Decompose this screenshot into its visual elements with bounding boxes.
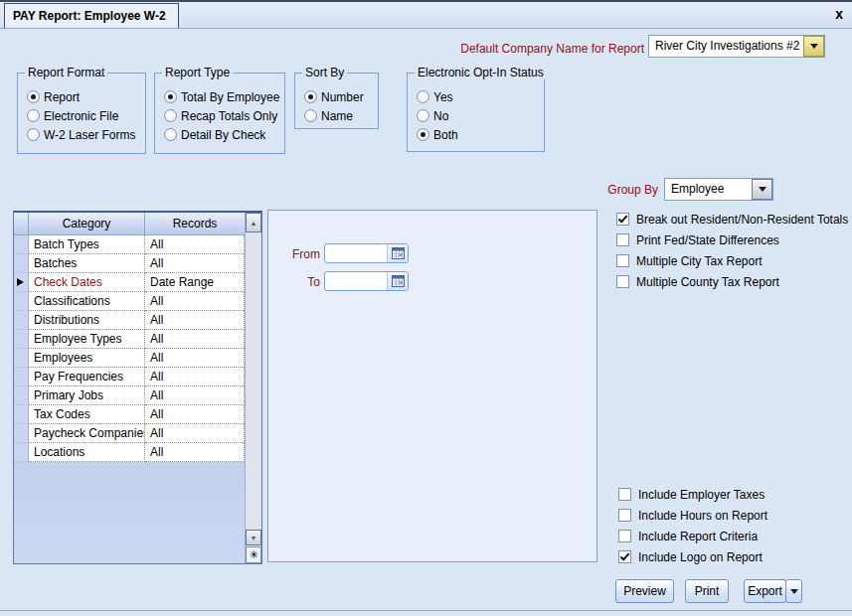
group-by-dropdown-button[interactable] (752, 179, 772, 200)
row-selector[interactable] (14, 311, 29, 330)
table-row[interactable]: Primary Jobs All (14, 386, 245, 405)
radio-name[interactable]: Name (304, 108, 353, 123)
preview-button[interactable]: Preview (615, 579, 674, 603)
radio-both[interactable]: Both (417, 127, 458, 142)
tab-pay-report[interactable]: PAY Report: Employee W-2 (4, 3, 179, 28)
row-selector[interactable] (14, 235, 29, 254)
scroll-up-icon[interactable]: ▲ (246, 213, 261, 232)
radio-yes[interactable]: Yes (417, 89, 453, 104)
grid-header-records[interactable]: Records (145, 213, 245, 235)
grid-scrollbar[interactable]: ▲ ▼ ✳ (245, 213, 261, 563)
table-row[interactable]: Locations All (14, 443, 245, 462)
row-selector[interactable] (14, 292, 29, 311)
category-cell[interactable]: Classifications (29, 292, 145, 311)
table-row[interactable]: Employees All (14, 349, 245, 368)
checkbox-icon (618, 530, 631, 542)
from-date-input[interactable] (325, 244, 387, 262)
radio-electronic-file[interactable]: Electronic File (27, 108, 118, 123)
checkbox-include-hours[interactable]: Include Hours on Report (618, 508, 767, 523)
radio-label: No (433, 109, 448, 123)
row-selector[interactable] (14, 254, 29, 273)
records-cell[interactable]: All (145, 311, 245, 330)
table-row[interactable]: Employee Types All (14, 330, 245, 349)
table-row[interactable]: Tax Codes All (14, 405, 245, 424)
category-cell[interactable]: Locations (29, 443, 145, 462)
company-select[interactable]: River City Investigations #2 (648, 35, 825, 58)
category-cell[interactable]: Tax Codes (29, 405, 145, 424)
radio-recap-totals-only[interactable]: Recap Totals Only (164, 108, 277, 123)
records-cell[interactable]: All (145, 254, 245, 273)
new-row-icon[interactable]: ✳ (246, 546, 261, 563)
category-cell[interactable]: Batch Types (29, 235, 145, 254)
records-cell[interactable]: All (145, 424, 245, 443)
row-selector[interactable] (14, 330, 29, 349)
records-cell[interactable]: All (145, 235, 245, 254)
scroll-down-icon[interactable]: ▼ (246, 530, 261, 545)
radio-detail-by-check[interactable]: Detail By Check (164, 127, 265, 142)
category-cell[interactable]: Pay Frequencies (29, 368, 145, 386)
export-dropdown-button[interactable] (785, 579, 802, 603)
row-selector[interactable] (14, 424, 29, 443)
checkbox-multiple-city-tax[interactable]: Multiple City Tax Report (616, 253, 763, 268)
radio-w2-laser-forms[interactable]: W-2 Laser Forms (27, 127, 135, 142)
row-selector[interactable] (14, 443, 29, 462)
radio-total-by-employee[interactable]: Total By Employee (164, 89, 279, 104)
radio-icon (27, 90, 40, 103)
group-by-select[interactable]: Employee (664, 178, 773, 201)
records-cell[interactable]: All (145, 349, 245, 368)
radio-number[interactable]: Number (304, 89, 364, 104)
checkbox-multiple-county-tax[interactable]: Multiple County Tax Report (616, 274, 779, 289)
records-cell[interactable]: All (145, 443, 245, 462)
category-cell[interactable]: Primary Jobs (29, 386, 145, 405)
to-calendar-button[interactable] (387, 272, 409, 290)
radio-icon (417, 90, 429, 103)
export-button[interactable]: Export (744, 579, 786, 603)
checkbox-include-employer-taxes[interactable]: Include Employer Taxes (618, 487, 765, 502)
radio-label: Recap Totals Only (181, 109, 277, 123)
category-cell[interactable]: Employee Types (29, 330, 145, 349)
category-cell[interactable]: Batches (29, 254, 145, 273)
to-date-input[interactable] (325, 272, 387, 290)
records-cell[interactable]: All (145, 386, 245, 405)
records-cell[interactable]: All (145, 330, 245, 349)
grid-header-category[interactable]: Category (29, 213, 145, 235)
checkbox-include-report-criteria[interactable]: Include Report Criteria (618, 529, 758, 543)
checkbox-include-logo[interactable]: Include Logo on Report (618, 549, 763, 564)
category-cell[interactable]: Paycheck Companies (29, 424, 145, 443)
row-selector[interactable] (14, 349, 29, 368)
to-label: To (278, 275, 320, 289)
row-selector[interactable] (14, 386, 29, 405)
table-row[interactable]: Distributions All (14, 311, 245, 330)
table-row[interactable]: Paycheck Companies All (14, 424, 245, 443)
radio-label: Both (433, 128, 458, 142)
grid-header-gutter (14, 213, 29, 235)
table-row[interactable]: Check Dates Date Range (14, 273, 245, 292)
radio-icon (417, 128, 429, 141)
records-cell[interactable]: All (145, 368, 245, 386)
close-icon[interactable]: x (835, 7, 843, 21)
row-selector[interactable] (14, 405, 29, 424)
records-cell[interactable]: All (145, 292, 245, 311)
checkbox-break-out-resident[interactable]: Break out Resident/Non-Resident Totals (616, 212, 848, 227)
table-row[interactable]: Batch Types All (14, 235, 245, 254)
radio-label: Detail By Check (181, 128, 265, 142)
to-date-field[interactable] (324, 271, 409, 291)
category-cell[interactable]: Check Dates (29, 273, 145, 292)
table-row[interactable]: Batches All (14, 254, 245, 273)
table-row[interactable]: Classifications All (14, 292, 245, 311)
company-dropdown-button[interactable] (803, 36, 824, 57)
row-selector[interactable] (14, 368, 29, 386)
checkbox-label: Print Fed/State Differences (636, 233, 779, 247)
print-button[interactable]: Print (685, 579, 729, 603)
radio-no[interactable]: No (417, 108, 448, 123)
category-cell[interactable]: Distributions (29, 311, 145, 330)
from-calendar-button[interactable] (387, 244, 409, 262)
checkbox-print-fed-state-diff[interactable]: Print Fed/State Differences (616, 232, 779, 247)
category-cell[interactable]: Employees (29, 349, 145, 368)
table-row[interactable]: Pay Frequencies All (14, 368, 245, 386)
from-date-field[interactable] (324, 243, 409, 263)
records-cell[interactable]: Date Range (145, 273, 245, 292)
row-selector[interactable] (14, 273, 29, 292)
radio-report[interactable]: Report (27, 89, 80, 104)
records-cell[interactable]: All (145, 405, 245, 424)
